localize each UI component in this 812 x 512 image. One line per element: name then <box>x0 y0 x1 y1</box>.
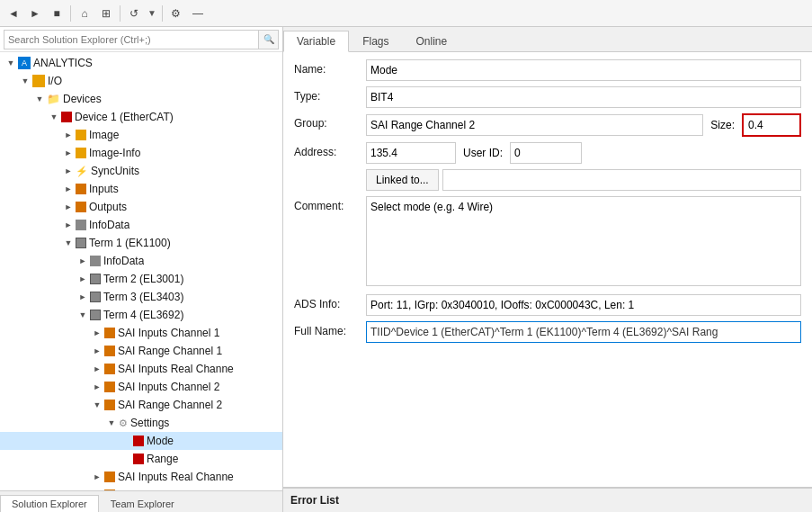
tree-item-term2[interactable]: ► Term 2 (EL3001) <box>0 270 282 288</box>
expand-saireal2[interactable]: ► <box>90 468 104 486</box>
expand-term4[interactable]: ▼ <box>76 306 90 324</box>
tree-item-saireal2[interactable]: ► SAI Inputs Real Channe <box>0 468 282 486</box>
infodata1-label: InfoData <box>89 219 129 231</box>
mode-label: Mode <box>147 435 174 447</box>
tab-flags[interactable]: Flags <box>349 31 402 51</box>
toolbar-sep-2 <box>120 5 120 22</box>
address-field[interactable] <box>366 142 456 164</box>
search-input[interactable] <box>4 30 259 49</box>
sai2-label: SAI Inputs Channel 2 <box>118 381 219 393</box>
toolbar-btn-grid[interactable]: ⊞ <box>96 4 116 23</box>
tree-item-analytics[interactable]: ▼ A ANALYTICS <box>0 54 282 72</box>
expand-sairange2[interactable]: ▼ <box>90 396 104 414</box>
toolbar-btn-forward[interactable]: ► <box>25 4 45 23</box>
tree-item-sairange1[interactable]: ► SAI Range Channel 1 <box>0 342 282 360</box>
tree-item-range[interactable]: Range <box>0 450 282 468</box>
toolbar-btn-refresh[interactable]: ↺ <box>124 4 144 23</box>
expand-term3[interactable]: ► <box>76 288 90 306</box>
expand-syncunits[interactable]: ► <box>61 162 76 180</box>
tree-item-syncunits[interactable]: ► ⚡ SyncUnits <box>0 162 282 180</box>
sairange2-icon <box>104 400 115 410</box>
tree-item-imageinfo[interactable]: ► Image-Info <box>0 144 282 162</box>
tree-item-infodata2[interactable]: ► InfoData <box>0 252 282 270</box>
inputs-icon <box>76 184 86 194</box>
tree-item-term1[interactable]: ▼ Term 1 (EK1100) <box>0 234 282 252</box>
toolbar-btn-minimize[interactable]: — <box>188 4 208 23</box>
toolbar-btn-home[interactable]: ⌂ <box>75 4 94 23</box>
form-row-type: Type: <box>294 86 801 108</box>
expand-mode[interactable] <box>119 432 133 450</box>
type-content <box>366 86 801 108</box>
linked-field[interactable] <box>442 169 801 191</box>
tree-item-io[interactable]: ▼ I/O <box>0 72 282 90</box>
userid-label: User ID: <box>460 147 506 159</box>
expand-device1[interactable]: ▼ <box>47 108 61 126</box>
tree-item-device1[interactable]: ▼ Device 1 (EtherCAT) <box>0 108 282 126</box>
expand-image[interactable]: ► <box>61 126 76 144</box>
toolbar-sep-1 <box>70 5 71 22</box>
name-field[interactable] <box>366 59 801 81</box>
expand-imageinfo[interactable]: ► <box>61 144 76 162</box>
search-icon[interactable]: 🔍 <box>259 30 279 49</box>
expand-sairange1[interactable]: ► <box>90 342 104 360</box>
toolbar: ◄ ► ■ ⌂ ⊞ ↺ ▼ ⚙ — <box>0 0 812 27</box>
comment-textarea[interactable]: Select mode (e.g. 4 Wire) <box>366 196 801 286</box>
expand-term1[interactable]: ▼ <box>61 234 76 252</box>
expand-infodata1[interactable]: ► <box>61 216 76 234</box>
tab-online[interactable]: Online <box>402 31 460 51</box>
expand-sai1[interactable]: ► <box>90 324 104 342</box>
tree-item-term3[interactable]: ► Term 3 (EL3403) <box>0 288 282 306</box>
tree-item-devices[interactable]: ▼ 📁 Devices <box>0 90 282 108</box>
expand-devices[interactable]: ▼ <box>32 90 47 108</box>
type-field[interactable] <box>366 86 801 108</box>
tree-item-inputs[interactable]: ► Inputs <box>0 180 282 198</box>
expand-sai2[interactable]: ► <box>90 378 104 396</box>
adsinfo-field[interactable] <box>366 294 801 316</box>
device1-label: Device 1 (EtherCAT) <box>75 111 174 123</box>
linked-to-button[interactable]: Linked to... <box>366 169 439 191</box>
tree-item-saireal1[interactable]: ► SAI Inputs Real Channe <box>0 360 282 378</box>
tree-item-term4[interactable]: ▼ Term 4 (EL3692) <box>0 306 282 324</box>
expand-term2[interactable]: ► <box>76 270 90 288</box>
tree-item-sai2[interactable]: ► SAI Inputs Channel 2 <box>0 378 282 396</box>
toolbar-btn-stop[interactable]: ■ <box>47 4 67 23</box>
tree-item-settings[interactable]: ▼ ⚙ Settings <box>0 414 282 432</box>
tab-team-explorer[interactable]: Team Explorer <box>99 495 186 512</box>
size-field[interactable] <box>745 116 799 134</box>
saireal1-label: SAI Inputs Real Channe <box>118 363 234 375</box>
expand-inputs[interactable]: ► <box>61 180 76 198</box>
tree-item-image[interactable]: ► Image <box>0 126 282 144</box>
toolbar-btn-settings[interactable]: ⚙ <box>166 4 186 23</box>
fullname-field[interactable] <box>366 321 801 343</box>
tree-item-outputs[interactable]: ► Outputs <box>0 198 282 216</box>
saireal2-icon <box>104 472 115 482</box>
tree-item-infodata1[interactable]: ► InfoData <box>0 216 282 234</box>
tab-variable[interactable]: Variable <box>283 31 349 52</box>
userid-field[interactable] <box>510 142 582 164</box>
sai1-label: SAI Inputs Channel 1 <box>118 327 219 339</box>
tree-item-sai1[interactable]: ► SAI Inputs Channel 1 <box>0 324 282 342</box>
term3-label: Term 3 (EL3403) <box>103 291 183 303</box>
toolbar-btn-back[interactable]: ◄ <box>4 4 23 23</box>
expand-outputs[interactable]: ► <box>61 198 76 216</box>
tree-item-mode[interactable]: Mode <box>0 432 282 450</box>
term2-label: Term 2 (EL3001) <box>103 273 183 285</box>
form-row-fullname: Full Name: <box>294 321 801 343</box>
name-label: Name: <box>294 59 366 76</box>
expand-wstate[interactable]: ► <box>90 486 104 490</box>
expand-io[interactable]: ▼ <box>18 72 32 90</box>
tab-solution-explorer[interactable]: Solution Explorer <box>0 495 99 512</box>
expand-infodata2[interactable]: ► <box>76 252 90 270</box>
expand-analytics[interactable]: ▼ <box>4 54 18 72</box>
expand-saireal1[interactable]: ► <box>90 360 104 378</box>
comment-wrapper: Select mode (e.g. 4 Wire) <box>366 196 801 289</box>
comment-content: Select mode (e.g. 4 Wire) <box>366 196 801 289</box>
term1-label: Term 1 (EK1100) <box>89 237 171 249</box>
tree-item-sairange2[interactable]: ▼ SAI Range Channel 2 <box>0 396 282 414</box>
toolbar-sep-3 <box>162 5 163 22</box>
expand-settings[interactable]: ▼ <box>104 414 119 432</box>
expand-range[interactable] <box>119 450 133 468</box>
group-content: Size: <box>366 113 801 137</box>
tree-item-wstate[interactable]: ► WcState <box>0 486 282 490</box>
group-field[interactable] <box>366 114 703 136</box>
